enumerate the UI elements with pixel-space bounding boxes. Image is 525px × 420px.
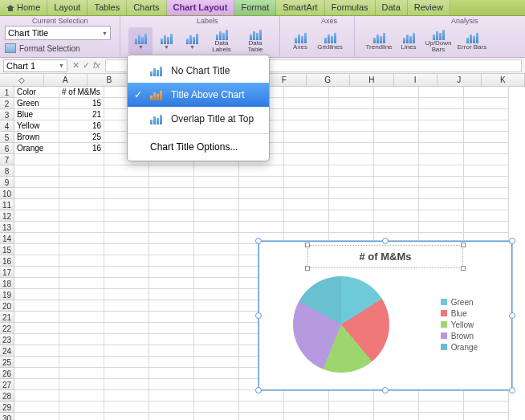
cell[interactable] [374,109,419,120]
cell[interactable] [329,120,374,132]
row-header[interactable]: 17 [0,267,14,278]
cell[interactable] [374,177,419,188]
cell[interactable] [14,233,59,244]
cell[interactable] [59,390,104,402]
cell[interactable] [329,132,374,143]
cell[interactable] [284,188,329,199]
tab-format[interactable]: Format [234,0,276,15]
cell[interactable] [194,255,239,267]
cell[interactable] [59,413,104,420]
cell[interactable] [239,402,284,413]
cell[interactable] [194,233,239,244]
cell[interactable] [464,390,509,402]
cell[interactable] [464,413,509,420]
axis-titles-button[interactable]: ▼ [154,27,178,55]
resize-handle[interactable] [382,238,389,244]
cell[interactable] [14,334,59,345]
cell[interactable] [464,98,509,109]
tab-smartart[interactable]: SmartArt [276,0,324,15]
cell[interactable] [194,312,239,323]
cell[interactable] [464,143,509,154]
cell[interactable] [374,402,419,413]
row-header[interactable]: 6 [0,143,14,154]
cell[interactable] [194,278,239,289]
row-header[interactable]: 20 [0,300,14,312]
cell[interactable] [374,210,419,222]
cell[interactable] [464,87,509,98]
row-header[interactable]: 13 [0,222,14,233]
trendline-button[interactable]: Trendline [363,27,395,55]
cell[interactable] [374,188,419,199]
cell[interactable]: Green [14,98,59,109]
cell[interactable] [149,334,194,345]
cell[interactable] [464,199,509,210]
dd-overlap-title[interactable]: Overlap Title at Top [128,107,269,131]
cell[interactable] [149,379,194,390]
row-header[interactable]: 1 [0,87,14,98]
cell[interactable] [149,312,194,323]
cell[interactable] [149,233,194,244]
row-header[interactable]: 25 [0,357,14,368]
cancel-icon[interactable]: ✕ [72,60,79,71]
cell[interactable] [239,165,284,177]
resize-handle[interactable] [255,238,262,244]
cell[interactable] [374,222,419,233]
cell[interactable]: Blue [14,109,59,120]
cell[interactable] [464,177,509,188]
cell[interactable] [194,402,239,413]
cell[interactable] [14,323,59,334]
cell[interactable]: # of M&Ms [59,87,104,98]
cell[interactable] [194,413,239,420]
cell[interactable] [419,199,464,210]
cell[interactable] [194,368,239,379]
tab-home[interactable]: Home [0,0,47,15]
chart-element-selector[interactable]: Chart Title▼ [5,26,111,40]
error-bars-button[interactable]: Error Bars [456,27,488,55]
chart-legend[interactable]: GreenBlueYellowBrownOrange [441,296,478,354]
cell[interactable] [374,143,419,154]
cell[interactable] [419,402,464,413]
cell[interactable]: 16 [59,120,104,132]
cell[interactable] [419,222,464,233]
cell[interactable] [194,199,239,210]
cell[interactable] [464,165,509,177]
cell[interactable] [329,109,374,120]
cell[interactable] [59,323,104,334]
row-header[interactable]: 24 [0,345,14,357]
cell[interactable] [149,199,194,210]
cell[interactable] [59,312,104,323]
cell[interactable] [59,300,104,312]
cell[interactable] [14,165,59,177]
cell[interactable] [104,312,149,323]
cell[interactable] [59,244,104,255]
cell[interactable] [419,413,464,420]
cell[interactable] [194,267,239,278]
cell[interactable] [464,132,509,143]
resize-handle[interactable] [509,238,515,244]
cell[interactable] [194,289,239,300]
cell[interactable] [329,210,374,222]
cell[interactable] [149,402,194,413]
cell[interactable] [149,222,194,233]
cell[interactable] [14,368,59,379]
cell[interactable] [284,199,329,210]
cell[interactable] [419,132,464,143]
cell[interactable] [149,188,194,199]
cell[interactable] [419,165,464,177]
cell[interactable] [104,188,149,199]
cell[interactable] [284,210,329,222]
cell[interactable] [419,109,464,120]
cell[interactable] [464,188,509,199]
confirm-icon[interactable]: ✓ [83,60,90,71]
cell[interactable] [374,165,419,177]
cell[interactable] [329,390,374,402]
cell[interactable] [239,199,284,210]
tab-formulas[interactable]: Formulas [325,0,376,15]
cell[interactable] [14,199,59,210]
embedded-chart[interactable]: # of M&Ms GreenBlueYellowBrownOrange [258,241,512,390]
cell[interactable] [284,413,329,420]
select-all-corner[interactable]: ◇ [0,74,44,87]
tab-charts[interactable]: Charts [127,0,166,15]
cell[interactable] [149,210,194,222]
cell[interactable] [104,199,149,210]
